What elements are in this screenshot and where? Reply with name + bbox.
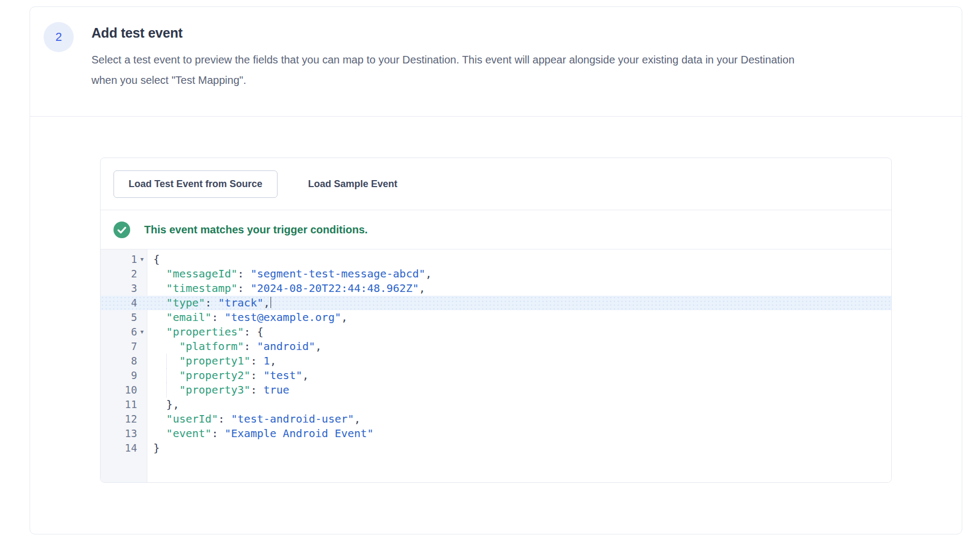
code-content[interactable]: "messageId": "segment-test-message-abcd"… — [147, 267, 891, 281]
step-description: Select a test event to preview the field… — [91, 49, 818, 90]
code-line-2[interactable]: 2 "messageId": "segment-test-message-abc… — [101, 267, 891, 281]
event-source-toolbar: Load Test Event from Source Load Sample … — [101, 158, 891, 210]
line-number-gutter: 8 — [101, 354, 147, 368]
code-line-14[interactable]: 14} — [101, 441, 891, 455]
line-number: 12 — [125, 412, 137, 426]
line-number-gutter: 4 — [101, 296, 147, 310]
check-circle-icon — [113, 222, 130, 238]
code-content[interactable]: "userId": "test-android-user", — [147, 412, 891, 426]
json-code-editor[interactable]: 1▾{2 "messageId": "segment-test-message-… — [101, 249, 891, 482]
line-number: 8 — [131, 354, 137, 368]
line-number-gutter: 12 — [101, 412, 147, 426]
step-header: 2 Add test event Select a test event to … — [30, 7, 962, 117]
load-test-event-button[interactable]: Load Test Event from Source — [113, 170, 278, 198]
code-line-1[interactable]: 1▾{ — [101, 252, 891, 267]
line-number-gutter: 5 — [101, 310, 147, 325]
line-number: 3 — [131, 281, 137, 296]
code-content[interactable]: }, — [147, 397, 891, 412]
line-number-gutter: 9 — [101, 368, 147, 383]
line-number-gutter: 10 — [101, 383, 147, 397]
code-line-10[interactable]: 10 "property3": true — [101, 383, 891, 397]
code-line-8[interactable]: 8 "property1": 1, — [101, 354, 891, 368]
line-number: 4 — [131, 296, 137, 310]
test-event-panel: Load Test Event from Source Load Sample … — [100, 158, 892, 483]
text-cursor — [271, 297, 272, 308]
code-content[interactable]: { — [147, 252, 891, 267]
code-line-13[interactable]: 13 "event": "Example Android Event" — [101, 426, 891, 441]
code-line-12[interactable]: 12 "userId": "test-android-user", — [101, 412, 891, 426]
line-number-gutter: 13 — [101, 426, 147, 441]
line-number: 11 — [125, 397, 137, 412]
step-body: Load Test Event from Source Load Sample … — [30, 117, 962, 537]
code-content[interactable]: "platform": "android", — [147, 339, 891, 354]
line-number-gutter: 3 — [101, 281, 147, 296]
code-content[interactable]: "event": "Example Android Event" — [147, 426, 891, 441]
status-message: This event matches your trigger conditio… — [144, 224, 368, 236]
line-number-gutter: 6▾ — [101, 325, 147, 339]
line-number-gutter: 1▾ — [101, 252, 147, 267]
code-content[interactable]: "property1": 1, — [147, 354, 891, 368]
code-content[interactable]: "property3": true — [147, 383, 891, 397]
code-content[interactable]: "email": "test@example.org", — [147, 310, 891, 325]
line-number: 9 — [131, 368, 137, 383]
load-sample-event-button[interactable]: Load Sample Event — [294, 171, 412, 197]
fold-arrow-icon[interactable]: ▾ — [137, 325, 147, 339]
step-number: 2 — [55, 30, 62, 44]
code-line-5[interactable]: 5 "email": "test@example.org", — [101, 310, 891, 325]
line-number: 13 — [125, 426, 137, 441]
page-title: Add test event — [91, 24, 818, 42]
code-content[interactable]: "properties": { — [147, 325, 891, 339]
code-line-3[interactable]: 3 "timestamp": "2024-08-20T22:44:48.962Z… — [101, 281, 891, 296]
code-line-6[interactable]: 6▾ "properties": { — [101, 325, 891, 339]
line-number: 14 — [125, 441, 137, 455]
add-test-event-card: 2 Add test event Select a test event to … — [30, 6, 962, 534]
code-line-7[interactable]: 7 "platform": "android", — [101, 339, 891, 354]
line-number-gutter: 2 — [101, 267, 147, 281]
header-text: Add test event Select a test event to pr… — [91, 22, 818, 90]
code-content[interactable]: "timestamp": "2024-08-20T22:44:48.962Z", — [147, 281, 891, 296]
line-number: 5 — [131, 310, 137, 325]
code-line-4[interactable]: 4 "type": "track", — [101, 296, 891, 310]
code-line-9[interactable]: 9 "property2": "test", — [101, 368, 891, 383]
code-content[interactable]: } — [147, 441, 891, 455]
line-number: 10 — [125, 383, 137, 397]
line-number: 7 — [131, 339, 137, 354]
code-content[interactable]: "type": "track", — [147, 296, 891, 310]
code-lines: 1▾{2 "messageId": "segment-test-message-… — [101, 249, 891, 455]
line-number-gutter: 7 — [101, 339, 147, 354]
fold-arrow-icon[interactable]: ▾ — [137, 252, 147, 267]
line-number: 6 — [131, 325, 137, 339]
line-number: 1 — [131, 252, 137, 267]
code-line-11[interactable]: 11 }, — [101, 397, 891, 412]
line-number-gutter: 14 — [101, 441, 147, 455]
step-number-badge: 2 — [44, 22, 74, 52]
code-content[interactable]: "property2": "test", — [147, 368, 891, 383]
line-number-gutter: 11 — [101, 397, 147, 412]
trigger-match-status: This event matches your trigger conditio… — [101, 210, 891, 249]
line-number: 2 — [131, 267, 137, 281]
